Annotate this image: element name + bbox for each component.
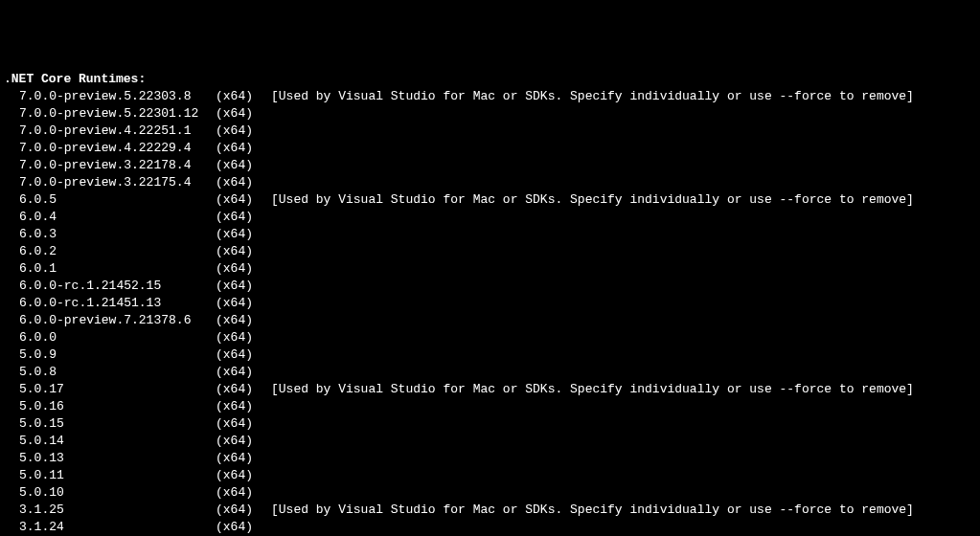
- indent: [4, 312, 19, 329]
- runtime-arch: (x64): [216, 450, 271, 467]
- runtime-arch: (x64): [216, 484, 271, 502]
- runtime-note: [271, 467, 976, 484]
- runtime-arch: (x64): [216, 415, 271, 433]
- runtime-arch: (x64): [216, 398, 271, 415]
- runtime-note: [Used by Visual Studio for Mac or SDKs. …: [271, 381, 976, 398]
- indent: [4, 502, 19, 519]
- runtime-row: 6.0.0-rc.1.21452.15(x64): [4, 278, 976, 295]
- runtime-note: [Used by Visual Studio for Mac or SDKs. …: [271, 502, 976, 519]
- runtime-version: 3.1.25: [19, 502, 216, 519]
- indent: [4, 140, 19, 157]
- runtime-row: 3.1.25(x64)[Used by Visual Studio for Ma…: [4, 502, 976, 519]
- runtime-arch: (x64): [216, 278, 271, 295]
- runtime-row: 6.0.3(x64): [4, 226, 976, 243]
- runtime-note: [Used by Visual Studio for Mac or SDKs. …: [271, 191, 976, 209]
- runtime-note: [271, 278, 976, 295]
- runtime-row: 7.0.0-preview.3.22175.4(x64): [4, 174, 976, 191]
- runtime-row: 5.0.15(x64): [4, 415, 976, 433]
- runtime-row: 7.0.0-preview.4.22251.1(x64): [4, 123, 976, 140]
- runtime-row: 6.0.4(x64): [4, 209, 976, 226]
- runtime-row: 7.0.0-preview.5.22301.12(x64): [4, 105, 976, 123]
- runtime-version: 6.0.5: [19, 191, 216, 209]
- runtime-version: 5.0.11: [19, 467, 216, 484]
- indent: [4, 415, 19, 433]
- runtime-arch: (x64): [216, 157, 271, 174]
- runtime-note: [271, 433, 976, 450]
- runtime-row: 6.0.1(x64): [4, 260, 976, 278]
- indent: [4, 484, 19, 502]
- runtime-arch: (x64): [216, 295, 271, 312]
- runtime-note: [271, 398, 976, 415]
- runtime-note: [271, 174, 976, 191]
- runtime-note: [271, 346, 976, 364]
- runtime-arch: (x64): [216, 381, 271, 398]
- runtime-row: 7.0.0-preview.4.22229.4(x64): [4, 140, 976, 157]
- runtime-version: 7.0.0-preview.3.22175.4: [19, 174, 216, 191]
- runtime-arch: (x64): [216, 346, 271, 364]
- runtime-arch: (x64): [216, 502, 271, 519]
- runtime-version: 6.0.3: [19, 226, 216, 243]
- runtime-version: 6.0.1: [19, 260, 216, 278]
- indent: [4, 123, 19, 140]
- runtime-note: [271, 364, 976, 381]
- runtime-version: 6.0.0-rc.1.21451.13: [19, 295, 216, 312]
- runtime-row: 6.0.0-rc.1.21451.13(x64): [4, 295, 976, 312]
- runtime-row: 5.0.17(x64)[Used by Visual Studio for Ma…: [4, 381, 976, 398]
- runtime-note: [271, 243, 976, 260]
- runtime-version: 6.0.0: [19, 329, 216, 346]
- indent: [4, 88, 19, 105]
- runtime-version: 7.0.0-preview.3.22178.4: [19, 157, 216, 174]
- runtime-row: 7.0.0-preview.3.22178.4(x64): [4, 157, 976, 174]
- runtime-version: 5.0.8: [19, 364, 216, 381]
- indent: [4, 450, 19, 467]
- indent: [4, 364, 19, 381]
- runtime-version: 7.0.0-preview.5.22303.8: [19, 88, 216, 105]
- runtime-note: [271, 123, 976, 140]
- runtime-row: 5.0.9(x64): [4, 346, 976, 364]
- runtime-row: 3.1.24(x64): [4, 519, 976, 536]
- runtime-arch: (x64): [216, 329, 271, 346]
- indent: [4, 243, 19, 260]
- section-header: .NET Core Runtimes:: [4, 71, 976, 88]
- runtime-version: 7.0.0-preview.5.22301.12: [19, 105, 216, 123]
- runtime-arch: (x64): [216, 123, 271, 140]
- runtime-version: 6.0.0-rc.1.21452.15: [19, 278, 216, 295]
- runtime-arch: (x64): [216, 140, 271, 157]
- indent: [4, 467, 19, 484]
- indent: [4, 519, 19, 536]
- indent: [4, 381, 19, 398]
- runtime-note: [271, 519, 976, 536]
- indent: [4, 191, 19, 209]
- runtime-row: 7.0.0-preview.5.22303.8(x64)[Used by Vis…: [4, 88, 976, 105]
- runtime-arch: (x64): [216, 312, 271, 329]
- runtime-note: [Used by Visual Studio for Mac or SDKs. …: [271, 88, 976, 105]
- runtime-note: [271, 226, 976, 243]
- runtime-arch: (x64): [216, 364, 271, 381]
- indent: [4, 157, 19, 174]
- runtime-note: [271, 484, 976, 502]
- runtime-row: 5.0.10(x64): [4, 484, 976, 502]
- runtime-version: 5.0.10: [19, 484, 216, 502]
- runtime-row: 5.0.13(x64): [4, 450, 976, 467]
- runtime-note: [271, 260, 976, 278]
- runtime-version: 6.0.4: [19, 209, 216, 226]
- runtime-version: 6.0.0-preview.7.21378.6: [19, 312, 216, 329]
- runtime-arch: (x64): [216, 467, 271, 484]
- runtime-note: [271, 157, 976, 174]
- indent: [4, 398, 19, 415]
- indent: [4, 105, 19, 123]
- runtime-note: [271, 295, 976, 312]
- runtime-arch: (x64): [216, 260, 271, 278]
- runtime-arch: (x64): [216, 88, 271, 105]
- runtime-note: [271, 329, 976, 346]
- runtime-arch: (x64): [216, 433, 271, 450]
- runtime-row: 6.0.2(x64): [4, 243, 976, 260]
- runtime-row: 5.0.14(x64): [4, 433, 976, 450]
- indent: [4, 295, 19, 312]
- runtime-version: 7.0.0-preview.4.22229.4: [19, 140, 216, 157]
- runtime-row: 6.0.0(x64): [4, 329, 976, 346]
- runtime-version: 5.0.17: [19, 381, 216, 398]
- terminal-output: .NET Core Runtimes: 7.0.0-preview.5.2230…: [4, 71, 976, 536]
- runtime-note: [271, 105, 976, 123]
- runtime-version: 6.0.2: [19, 243, 216, 260]
